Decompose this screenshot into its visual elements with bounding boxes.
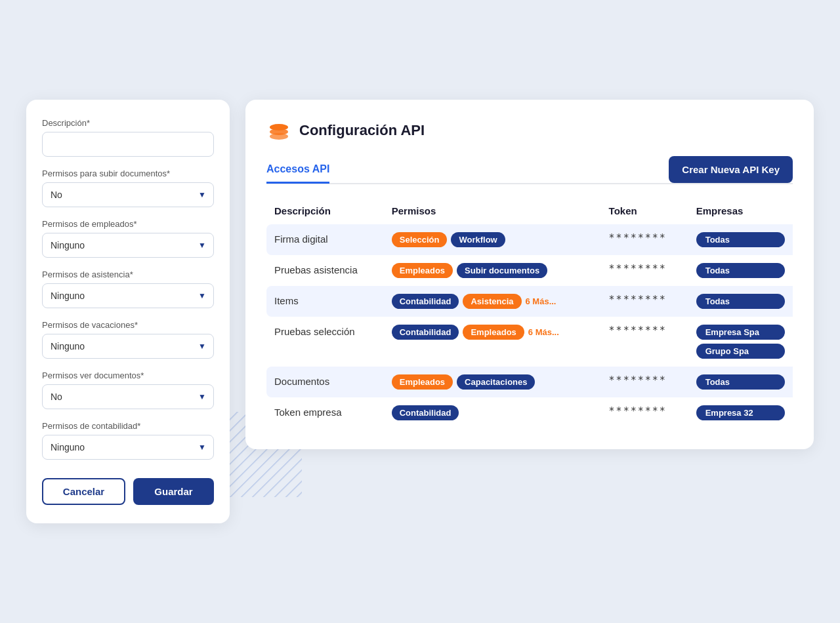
vacation-select[interactable]: Ninguno Lectura Escritura — [42, 334, 214, 359]
right-panel: Configuración API Accesos API Crear Nuev… — [245, 100, 814, 449]
permission-badge: Subir documentos — [457, 263, 547, 278]
employee-group: Permisos de empleados* Ninguno Lectura E… — [42, 219, 214, 258]
table-row: Token empresaContabilidad********Empresa… — [266, 397, 793, 428]
table-cell-permisos: ContabilidadAsistencia6 Más... — [384, 286, 601, 317]
permission-badge: Asistencia — [463, 294, 521, 309]
table-cell-description: Pruebas selección — [266, 317, 384, 367]
col-header-description: Descripción — [266, 200, 384, 224]
doc-upload-label: Permisos para subir documentos* — [42, 169, 214, 178]
table-cell-permisos: Contabilidad — [384, 397, 601, 428]
col-header-token: Token — [601, 200, 688, 224]
view-docs-select-wrapper: No Sí ▼ — [42, 384, 214, 409]
table-cell-empresas: Todas — [688, 367, 793, 397]
employee-label: Permisos de empleados* — [42, 219, 214, 229]
table-cell-token: ******** — [601, 255, 688, 286]
permission-badge: 6 Más... — [528, 325, 559, 340]
permission-badge: Workflow — [451, 232, 505, 247]
table-cell-description: Items — [266, 286, 384, 317]
doc-upload-select-wrapper: No Sí ▼ — [42, 182, 214, 207]
action-buttons: Cancelar Guardar — [42, 478, 214, 505]
attendance-group: Permisos de asistencia* Ninguno Lectura … — [42, 270, 214, 308]
table-cell-permisos: SelecciónWorkflow — [384, 224, 601, 255]
permission-badge: Empleados — [392, 374, 453, 390]
doc-upload-select[interactable]: No Sí — [42, 182, 214, 207]
vacation-select-wrapper: Ninguno Lectura Escritura ▼ — [42, 334, 214, 359]
empresa-badge: Grupo Spa — [696, 344, 785, 359]
permission-badge: 6 Más... — [526, 294, 556, 309]
attendance-label: Permisos de asistencia* — [42, 270, 214, 279]
table-cell-permisos: ContabilidadEmpleados6 Más... — [384, 317, 601, 367]
table-cell-description: Pruebas asistencia — [266, 255, 384, 286]
permission-badge: Contabilidad — [392, 294, 459, 309]
table-cell-token: ******** — [601, 317, 688, 367]
table-cell-empresas: Todas — [688, 255, 793, 286]
save-button[interactable]: Guardar — [133, 478, 214, 505]
table-cell-token: ******** — [601, 224, 688, 255]
page-container: Descripción* Permisos para subir documen… — [26, 100, 814, 523]
panel-title: Configuración API — [299, 122, 425, 139]
tab-accesos-api[interactable]: Accesos API — [266, 157, 329, 184]
accounting-group: Permisos de contabilidad* Ninguno Lectur… — [42, 421, 214, 460]
empresa-badge: Todas — [696, 294, 785, 309]
left-panel: Descripción* Permisos para subir documen… — [26, 100, 230, 523]
description-label: Descripción* — [42, 118, 214, 128]
col-header-permisos: Permisos — [384, 200, 601, 224]
panel-header: Configuración API — [266, 118, 793, 143]
attendance-select-wrapper: Ninguno Lectura Escritura ▼ — [42, 283, 214, 308]
employee-select-wrapper: Ninguno Lectura Escritura ▼ — [42, 233, 214, 258]
accounting-select-wrapper: Ninguno Lectura Escritura ▼ — [42, 435, 214, 460]
table-cell-empresas: Todas — [688, 286, 793, 317]
accounting-select[interactable]: Ninguno Lectura Escritura — [42, 435, 214, 460]
logo-icon — [266, 118, 291, 143]
table-cell-token: ******** — [601, 397, 688, 428]
permission-badge: Empleados — [392, 263, 453, 278]
table-row: DocumentosEmpleadosCapacitaciones*******… — [266, 367, 793, 397]
table-cell-description: Documentos — [266, 367, 384, 397]
col-header-empresas: Empresas — [688, 200, 793, 224]
view-docs-group: Permisos ver documentos* No Sí ▼ — [42, 371, 214, 409]
table-cell-description: Firma digital — [266, 224, 384, 255]
doc-upload-group: Permisos para subir documentos* No Sí ▼ — [42, 169, 214, 207]
api-table: Descripción Permisos Token Empresas Firm… — [266, 200, 793, 428]
table-row: Pruebas asistenciaEmpleadosSubir documen… — [266, 255, 793, 286]
permission-badge: Empleados — [463, 325, 524, 340]
table-cell-permisos: EmpleadosCapacitaciones — [384, 367, 601, 397]
description-input[interactable] — [42, 132, 214, 157]
attendance-select[interactable]: Ninguno Lectura Escritura — [42, 283, 214, 308]
table-row: Pruebas selecciónContabilidadEmpleados6 … — [266, 317, 793, 367]
vacation-label: Permisos de vacaciones* — [42, 320, 214, 330]
empresa-badge: Empresa 32 — [696, 405, 785, 420]
table-row: ItemsContabilidadAsistencia6 Más...*****… — [266, 286, 793, 317]
table-cell-token: ******** — [601, 367, 688, 397]
empresa-badge: Empresa Spa — [696, 325, 785, 340]
accounting-label: Permisos de contabilidad* — [42, 421, 214, 431]
cancel-button[interactable]: Cancelar — [42, 478, 125, 505]
permission-badge: Contabilidad — [392, 405, 459, 420]
table-cell-description: Token empresa — [266, 397, 384, 428]
permission-badge: Contabilidad — [392, 325, 459, 340]
table-header-row: Descripción Permisos Token Empresas — [266, 200, 793, 224]
table-row: Firma digitalSelecciónWorkflow********To… — [266, 224, 793, 255]
view-docs-select[interactable]: No Sí — [42, 384, 214, 409]
empresa-badge: Todas — [696, 263, 785, 278]
employee-select[interactable]: Ninguno Lectura Escritura — [42, 233, 214, 258]
description-group: Descripción* — [42, 118, 214, 157]
view-docs-label: Permisos ver documentos* — [42, 371, 214, 380]
table-cell-permisos: EmpleadosSubir documentos — [384, 255, 601, 286]
permission-badge: Capacitaciones — [457, 374, 535, 390]
svg-point-4 — [270, 124, 288, 131]
empresa-badge: Todas — [696, 374, 785, 390]
empresa-badge: Todas — [696, 232, 785, 247]
create-api-key-button[interactable]: Crear Nueva API Key — [669, 156, 793, 183]
table-cell-empresas: Todas — [688, 224, 793, 255]
tab-row: Accesos API Crear Nueva API Key — [266, 156, 793, 184]
vacation-group: Permisos de vacaciones* Ninguno Lectura … — [42, 320, 214, 359]
table-cell-empresas: Empresa 32 — [688, 397, 793, 428]
permission-badge: Selección — [392, 232, 448, 247]
table-cell-empresas: Empresa SpaGrupo Spa — [688, 317, 793, 367]
table-cell-token: ******** — [601, 286, 688, 317]
